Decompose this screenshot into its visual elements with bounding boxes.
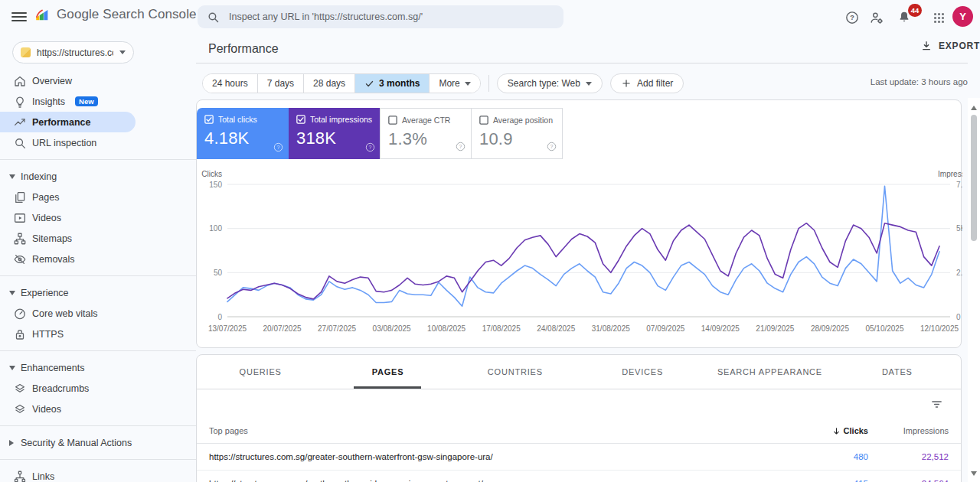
lightbulb-icon: [13, 95, 27, 109]
date-range-group: 24 hours7 days28 days3 monthsMore: [202, 73, 481, 93]
sidebar-item-pages[interactable]: Pages: [0, 187, 196, 207]
search-type-filter[interactable]: Search type: Web: [497, 73, 603, 93]
sidebar-item-https[interactable]: HTTPS: [0, 324, 196, 344]
gauge-icon: [13, 307, 27, 321]
manage-users-icon[interactable]: [867, 8, 886, 27]
metric-card-total-impressions[interactable]: Total impressions318K?: [289, 108, 381, 159]
sidebar-item-label: Breadcrumbs: [32, 383, 89, 394]
video-icon: [13, 211, 27, 225]
sidebar-item-breadcrumbs[interactable]: Breadcrumbs: [0, 378, 196, 399]
url-inspection-searchbar[interactable]: [198, 5, 564, 28]
top-app-bar: Google Search Console ? 44 Y: [0, 0, 980, 34]
sidebar-group-indexing[interactable]: Indexing: [0, 166, 196, 187]
sidebar-item-removals[interactable]: Removals: [0, 249, 196, 269]
apps-grid-icon[interactable]: [929, 8, 948, 27]
date-range-28-days[interactable]: 28 days: [303, 74, 354, 93]
series-impressions: [227, 223, 939, 299]
date-range-24-hours[interactable]: 24 hours: [203, 74, 257, 93]
tab-pages[interactable]: PAGES: [324, 355, 451, 389]
clicks-value: 480: [780, 452, 868, 461]
export-button[interactable]: EXPORT: [920, 40, 980, 52]
new-badge: New: [75, 96, 98, 107]
svg-text:?: ?: [277, 145, 280, 150]
scrollbar-thumb[interactable]: [971, 115, 977, 241]
sidebar-divider: [0, 350, 196, 351]
help-icon[interactable]: ?: [547, 142, 557, 151]
tab-dates[interactable]: DATES: [834, 355, 961, 389]
sidebar-divider: [0, 275, 196, 276]
help-icon[interactable]: ?: [365, 142, 375, 152]
tab-queries[interactable]: QUERIES: [197, 355, 324, 389]
checkbox-checked-icon: [204, 115, 214, 124]
tab-devices[interactable]: DEVICES: [579, 355, 706, 389]
last-update-label: Last update: 3 hours ago: [738, 77, 968, 86]
gsc-logo-icon: [34, 6, 51, 23]
clicks-value: 415: [780, 479, 868, 482]
sidebar-item-core-web-vitals[interactable]: Core web vitals: [0, 303, 196, 324]
help-icon[interactable]: ?: [456, 142, 466, 151]
column-clicks-sorted[interactable]: Clicks: [780, 426, 868, 436]
table-row[interactable]: https://structures.com.sg/greater-southe…: [197, 444, 961, 471]
sidebar-item-sitemaps[interactable]: Sitemaps: [0, 228, 196, 249]
sidebar-group-enhancements[interactable]: Enhancements: [0, 357, 196, 378]
sidebar-item-overview[interactable]: Overview: [0, 70, 196, 91]
layers-icon: [13, 382, 27, 396]
group-label: Indexing: [21, 171, 57, 182]
svg-text:Clicks: Clicks: [201, 170, 222, 178]
page-url-link[interactable]: https://structures.com.sg/greater-southe…: [209, 452, 780, 461]
help-icon[interactable]: ?: [843, 8, 861, 27]
sidebar-item-label: Insights: [32, 96, 65, 107]
column-top-pages[interactable]: Top pages: [209, 426, 780, 435]
sidebar-group-security-manual-actions[interactable]: Security & Manual Actions: [0, 432, 196, 453]
sidebar-group-experience[interactable]: Experience: [0, 282, 196, 303]
trending-icon: [13, 116, 27, 129]
vertical-scrollbar: [968, 98, 980, 482]
svg-text:5K: 5K: [956, 224, 962, 233]
page-url-link[interactable]: https://structures.com.sg/north-south-co…: [209, 479, 780, 482]
svg-text:?: ?: [369, 145, 372, 150]
sidebar-item-performance[interactable]: Performance: [0, 112, 136, 132]
add-filter-button[interactable]: Add filter: [610, 73, 684, 93]
links-icon: [13, 470, 27, 482]
column-impressions[interactable]: Impressions: [868, 426, 949, 435]
date-range-7-days[interactable]: 7 days: [257, 74, 303, 93]
metric-card-average-ctr[interactable]: Average CTR1.3%?: [380, 108, 472, 159]
scroll-up-arrow[interactable]: [971, 103, 977, 110]
sidebar-item-links[interactable]: Links: [0, 466, 196, 482]
metric-label: Total impressions: [310, 115, 372, 124]
sidebar-item-label: Videos: [32, 213, 61, 223]
chevron-right-icon: [9, 440, 17, 446]
account-avatar[interactable]: Y: [952, 6, 973, 27]
sidebar-nav: OverviewInsightsNewPerformanceURL inspec…: [0, 70, 196, 482]
help-icon[interactable]: ?: [273, 142, 283, 152]
scroll-down-arrow[interactable]: [971, 471, 977, 479]
filter-separator: [488, 75, 489, 92]
date-range-more[interactable]: More: [429, 74, 479, 93]
property-url: https://structures.com....: [37, 47, 113, 58]
sidebar-item-label: Core web vitals: [32, 308, 97, 319]
metric-card-average-position[interactable]: Average position10.9?: [471, 108, 563, 159]
notification-count-badge: 44: [908, 4, 922, 17]
metric-label: Average CTR: [402, 116, 450, 125]
sidebar-item-label: URL inspection: [32, 138, 96, 148]
table-row[interactable]: https://structures.com.sg/north-south-co…: [197, 471, 961, 482]
checkbox-icon: [479, 116, 488, 125]
search-icon: [13, 136, 27, 150]
sidebar-item-videos[interactable]: Videos: [0, 399, 196, 419]
filter-list-icon[interactable]: [927, 395, 946, 413]
performance-chart: 050100150Clicks02.5K5K7.5KImpressions13/…: [197, 168, 962, 342]
metric-card-total-clicks[interactable]: Total clicks4.18K?: [197, 108, 289, 159]
sidebar-item-insights[interactable]: InsightsNew: [0, 91, 196, 112]
menu-icon[interactable]: [11, 10, 27, 24]
metric-label: Average position: [493, 116, 553, 125]
date-range-3-months[interactable]: 3 months: [354, 74, 429, 93]
svg-text:50: 50: [214, 269, 223, 277]
tab-countries[interactable]: COUNTRIES: [452, 355, 579, 389]
sidebar-item-url-inspection[interactable]: URL inspection: [0, 132, 196, 153]
table-body: https://structures.com.sg/greater-southe…: [197, 444, 961, 482]
sidebar-item-videos[interactable]: Videos: [0, 207, 196, 228]
tab-search-appearance[interactable]: SEARCH APPEARANCE: [706, 355, 833, 389]
pages-icon: [13, 191, 27, 204]
url-inspect-input[interactable]: [229, 11, 554, 22]
property-selector[interactable]: https://structures.com....: [12, 41, 134, 64]
